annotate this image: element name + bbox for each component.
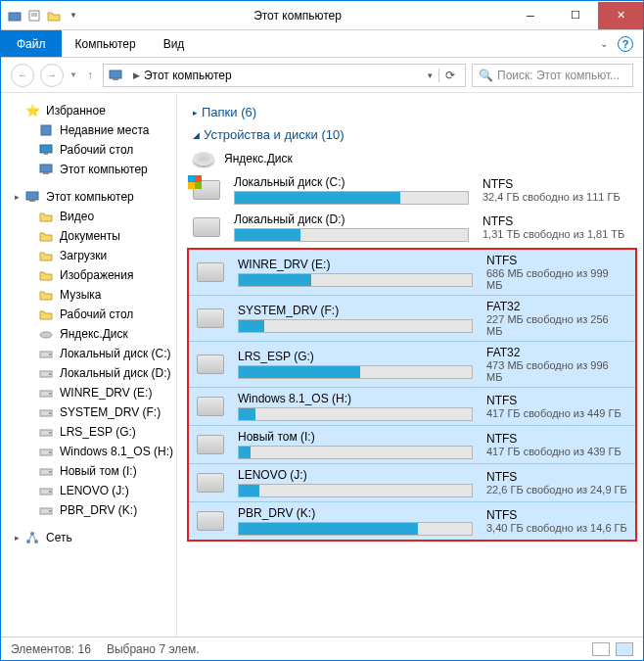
capacity-bar (234, 228, 469, 242)
svg-point-27 (49, 471, 51, 473)
sidebar-item-label: Рабочий стол (60, 307, 133, 321)
sidebar-item-label: Документы (60, 229, 120, 243)
sidebar-favorites[interactable]: ⭐ Избранное (15, 101, 176, 120)
sidebar-item-label: LENOVO (J:) (60, 484, 129, 497)
drive-item[interactable]: Windows 8.1_OS (H:)NTFS417 ГБ свободно и… (189, 388, 635, 426)
refresh-icon[interactable]: ⟳ (438, 69, 461, 82)
folder-icon (38, 228, 54, 244)
sidebar-item[interactable]: Изображения (15, 265, 176, 285)
back-button[interactable]: ← (11, 64, 34, 87)
network-icon (24, 530, 40, 545)
drive-item[interactable]: Локальный диск (C:)NTFS32,4 ГБ свободно … (185, 171, 643, 209)
pc-icon (38, 162, 54, 177)
sidebar-item[interactable]: Рабочий стол (15, 140, 176, 160)
drive-item[interactable]: Локальный диск (D:)NTFS1,31 ТБ свободно … (185, 209, 643, 246)
drive-filesystem: NTFS (486, 508, 627, 522)
status-item-count: Элементов: 16 (11, 642, 91, 656)
folder-icon (38, 248, 54, 263)
sidebar-thispc[interactable]: ▸ Этот компьютер (15, 187, 176, 207)
svg-rect-5 (113, 78, 118, 80)
sidebar-item[interactable]: LENOVO (J:) (15, 481, 176, 500)
group-folders-label: Папки (6) (202, 105, 256, 119)
expand-icon[interactable]: ▸ (15, 533, 24, 543)
sidebar-item[interactable]: Яндекс.Диск (15, 324, 176, 344)
sidebar-item-label: WINRE_DRV (E:) (60, 386, 152, 400)
window-controls: ─ ☐ ✕ (508, 2, 643, 29)
view-details-button[interactable] (592, 642, 610, 656)
svg-point-17 (49, 373, 51, 375)
address-bar[interactable]: ▶ Этот компьютер ▾ ⟳ (103, 64, 466, 87)
titlebar: ▼ Этот компьютер ─ ☐ ✕ (1, 1, 643, 30)
recent-icon (38, 122, 54, 138)
ribbon-view-tab[interactable]: Вид (150, 30, 199, 57)
sidebar-network[interactable]: ▸ Сеть (15, 528, 176, 547)
sidebar-item[interactable]: SYSTEM_DRV (F:) (15, 402, 176, 422)
sidebar-item-label: Новый том (I:) (60, 464, 137, 478)
forward-button[interactable]: → (40, 64, 64, 87)
sidebar-item[interactable]: Рабочий стол (15, 305, 176, 324)
ribbon-file-tab[interactable]: Файл (1, 30, 62, 57)
drive-name: Windows 8.1_OS (H:) (238, 392, 473, 407)
sidebar-item-label: Яндекс.Диск (60, 327, 128, 341)
drive-os-icon (38, 346, 54, 361)
search-input[interactable]: 🔍 Поиск: Этот компьют... (472, 64, 633, 87)
capacity-bar (238, 446, 473, 459)
svg-rect-8 (44, 153, 48, 155)
drive-name: Новый том (I:) (238, 430, 473, 446)
drive-free-space: 1,31 ТБ свободно из 1,81 ТБ (483, 228, 635, 240)
new-folder-icon[interactable] (46, 8, 62, 24)
drive-item[interactable]: SYSTEM_DRV (F:)FAT32227 МБ свободно из 2… (189, 296, 635, 342)
sidebar-item[interactable]: Локальный диск (D:) (15, 363, 176, 383)
address-dropdown-icon[interactable]: ▾ (422, 71, 438, 80)
svg-point-13 (40, 332, 52, 338)
ribbon: Файл Компьютер Вид ⌄ ? (1, 30, 643, 58)
view-tiles-button[interactable] (616, 642, 633, 656)
capacity-bar (238, 407, 473, 421)
close-button[interactable]: ✕ (598, 2, 643, 29)
drive-item[interactable]: LENOVO (J:)NTFS22,6 ГБ свободно из 24,9 … (189, 464, 635, 502)
expand-icon[interactable]: ▸ (15, 192, 24, 202)
sidebar-item[interactable]: Локальный диск (C:) (15, 344, 176, 363)
chevron-right-icon[interactable]: ▸ (193, 108, 198, 118)
minimize-button[interactable]: ─ (508, 2, 553, 29)
drive-free-space: 227 МБ свободно из 256 МБ (486, 313, 627, 337)
drive-free-space: 417 ГБ свободно из 449 ГБ (486, 407, 627, 419)
history-dropdown-icon[interactable]: ▼ (69, 71, 77, 79)
sidebar-item[interactable]: Windows 8.1_OS (H:) (15, 442, 176, 461)
sidebar-item[interactable]: LRS_ESP (G:) (15, 422, 176, 442)
properties-icon[interactable] (26, 8, 42, 24)
sidebar-item-label: Локальный диск (C:) (60, 347, 171, 360)
svg-point-29 (49, 491, 51, 493)
up-button[interactable]: ↑ (83, 69, 97, 82)
desktop-icon (38, 142, 54, 158)
group-folders[interactable]: ▸ Папки (6) (185, 101, 643, 123)
ribbon-computer-tab[interactable]: Компьютер (62, 30, 150, 57)
sidebar-item[interactable]: Музыка (15, 285, 176, 305)
sidebar-item[interactable]: Документы (15, 226, 176, 246)
sidebar-item[interactable]: WINRE_DRV (E:) (15, 383, 176, 402)
drive-item[interactable]: PBR_DRV (K:)NTFS3,40 ГБ свободно из 14,6… (189, 502, 635, 540)
group-devices[interactable]: ◢ Устройства и диски (10) (185, 123, 643, 146)
yandex-disk-item[interactable]: Яндекс.Диск (185, 146, 643, 171)
quick-access-toolbar: ▼ (1, 8, 87, 24)
drive-item[interactable]: Новый том (I:)NTFS417 ГБ свободно из 439… (189, 426, 635, 464)
drive-item[interactable]: LRS_ESP (G:)FAT32473 МБ свободно из 996 … (189, 342, 635, 388)
sidebar-item[interactable]: Этот компьютер (15, 160, 176, 179)
ribbon-expand-icon[interactable]: ⌄ (600, 38, 608, 49)
sidebar-item[interactable]: Недавние места (15, 120, 176, 140)
chevron-right-icon[interactable]: ▶ (129, 71, 144, 80)
capacity-bar (238, 319, 473, 333)
chevron-down-icon[interactable]: ◢ (193, 130, 200, 140)
sidebar-item[interactable]: PBR_DRV (K:) (15, 500, 176, 520)
window-icon (7, 8, 23, 24)
drive-name: PBR_DRV (K:) (238, 506, 473, 522)
maximize-button[interactable]: ☐ (553, 2, 598, 29)
drive-filesystem: NTFS (483, 214, 635, 228)
sidebar-item[interactable]: Видео (15, 207, 176, 226)
drive-item[interactable]: WINRE_DRV (E:)NTFS686 МБ свободно из 999… (189, 250, 635, 296)
help-icon[interactable]: ? (618, 36, 633, 52)
sidebar-item-label: Видео (60, 210, 94, 223)
sidebar-item[interactable]: Новый том (I:) (15, 461, 176, 481)
qa-dropdown-icon[interactable]: ▼ (66, 8, 81, 24)
sidebar-item[interactable]: Загрузки (15, 246, 176, 265)
